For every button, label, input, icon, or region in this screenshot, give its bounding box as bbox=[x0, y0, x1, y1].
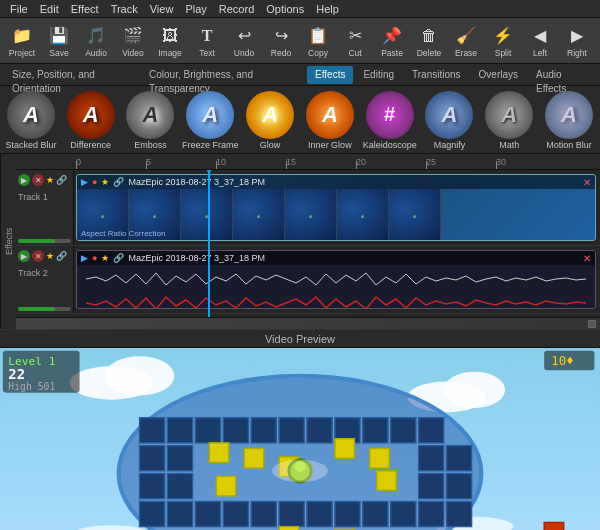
track2-mute-btn[interactable]: ✕ bbox=[32, 250, 44, 262]
tab-size-position[interactable]: Size, Position, and Orientation bbox=[4, 66, 139, 84]
menu-view[interactable]: View bbox=[144, 0, 180, 18]
timeline-scrollbar[interactable] bbox=[16, 317, 600, 329]
copy-icon: 📋 bbox=[307, 25, 329, 47]
glow-icon: A bbox=[246, 91, 294, 139]
left-arrow-icon: ◀ bbox=[529, 25, 551, 47]
track1-play-btn[interactable]: ▶ bbox=[18, 174, 30, 186]
toolbar-text-label: Text bbox=[199, 48, 215, 58]
waveform-bottom bbox=[77, 293, 595, 309]
redo-icon: ↪ bbox=[270, 25, 292, 47]
video-preview-content: Level 1 22 High 501 10♦ ⏰ ! bbox=[0, 348, 600, 530]
track1-clip[interactable]: ▶ ● ★ 🔗 MazEpic 2018-08-27 3_37_18 PM ✕ bbox=[76, 174, 596, 241]
clip1-play-icon: ▶ bbox=[81, 177, 88, 187]
ruler-mark-30: 30 bbox=[496, 157, 506, 167]
toolbar-split[interactable]: ⚡ Split bbox=[485, 20, 521, 62]
kaleidoscope-icon: # bbox=[366, 91, 414, 139]
save-icon: 💾 bbox=[48, 25, 70, 47]
text-icon: T bbox=[196, 25, 218, 47]
menu-options[interactable]: Options bbox=[260, 0, 310, 18]
svg-rect-47 bbox=[377, 471, 397, 491]
effect-glow[interactable]: A Glow bbox=[241, 87, 299, 153]
svg-rect-40 bbox=[447, 501, 472, 526]
toolbar-undo[interactable]: ↩ Undo bbox=[226, 20, 262, 62]
effect-kaleidoscope[interactable]: # Kaleidoscope bbox=[361, 87, 419, 153]
svg-rect-26 bbox=[167, 474, 192, 499]
effect-difference[interactable]: A Difference bbox=[62, 87, 120, 153]
paste-icon: 📌 bbox=[381, 25, 403, 47]
toolbar-text[interactable]: T Text bbox=[189, 20, 225, 62]
svg-rect-16 bbox=[307, 418, 332, 443]
effect-magnify[interactable]: A Magnify bbox=[421, 87, 479, 153]
effects-panel: A Stacked Blur A Difference A Emboss A F… bbox=[0, 86, 600, 154]
toolbar-audio[interactable]: 🎵 Audio bbox=[78, 20, 114, 62]
clip2-star-icon: ★ bbox=[101, 253, 109, 263]
toolbar-copy[interactable]: 📋 Copy bbox=[300, 20, 336, 62]
track2-clip-title: MazEpic 2018-08-27 3_37_18 PM bbox=[128, 253, 265, 263]
toolbar-save[interactable]: 💾 Save bbox=[41, 20, 77, 62]
track2-clip[interactable]: ▶ ● ★ 🔗 MazEpic 2018-08-27 3_37_18 PM ✕ bbox=[76, 250, 596, 309]
track1-mute-btn[interactable]: ✕ bbox=[32, 174, 44, 186]
difference-icon: A bbox=[67, 91, 115, 139]
svg-rect-10 bbox=[140, 418, 165, 443]
toolbar-project[interactable]: 📁 Project bbox=[4, 20, 40, 62]
toolbar-audio-label: Audio bbox=[85, 48, 107, 58]
svg-rect-29 bbox=[140, 501, 165, 526]
tab-effects[interactable]: Effects bbox=[307, 66, 353, 84]
tab-transitions[interactable]: Transitions bbox=[404, 66, 469, 84]
stacked-blur-label: Stacked Blur bbox=[5, 141, 56, 151]
menu-help[interactable]: Help bbox=[310, 0, 345, 18]
svg-rect-35 bbox=[307, 501, 332, 526]
svg-rect-41 bbox=[209, 443, 229, 463]
toolbar-delete[interactable]: 🗑 Delete bbox=[411, 20, 447, 62]
toolbar-cut-label: Cut bbox=[348, 48, 361, 58]
erase-icon: 🧹 bbox=[455, 25, 477, 47]
menu-track[interactable]: Track bbox=[105, 0, 144, 18]
tab-colour[interactable]: Colour, Brightness, and Transparency bbox=[141, 66, 305, 84]
track1-content: ▶ ● ★ 🔗 MazEpic 2018-08-27 3_37_18 PM ✕ bbox=[74, 170, 600, 245]
tab-overlays[interactable]: Overlays bbox=[471, 66, 526, 84]
effect-motion-blur[interactable]: A Motion Blur bbox=[540, 87, 598, 153]
menu-file[interactable]: File bbox=[4, 0, 34, 18]
track1-volume-bar bbox=[18, 239, 71, 243]
svg-rect-44 bbox=[370, 448, 390, 468]
track2-clip-close[interactable]: ✕ bbox=[583, 253, 591, 264]
menu-bar: File Edit Effect Track View Play Record … bbox=[0, 0, 600, 18]
effect-emboss[interactable]: A Emboss bbox=[122, 87, 180, 153]
effect-inner-glow[interactable]: A Inner Glow bbox=[301, 87, 359, 153]
effect-freeze-frame[interactable]: A Freeze Frame bbox=[181, 87, 239, 153]
game-preview-svg: Level 1 22 High 501 10♦ ⏰ ! bbox=[0, 348, 600, 530]
toolbar-video[interactable]: 🎬 Video bbox=[115, 20, 151, 62]
track2-play-btn[interactable]: ▶ bbox=[18, 250, 30, 262]
scrollbar-thumb[interactable] bbox=[588, 320, 596, 328]
svg-text:22: 22 bbox=[8, 366, 25, 382]
menu-play[interactable]: Play bbox=[179, 0, 212, 18]
track2-controls: ▶ ✕ ★ 🔗 Track 2 bbox=[16, 246, 74, 313]
thumb-6 bbox=[337, 189, 389, 240]
menu-effect[interactable]: Effect bbox=[65, 0, 105, 18]
menu-edit[interactable]: Edit bbox=[34, 0, 65, 18]
toolbar-paste[interactable]: 📌 Paste bbox=[374, 20, 410, 62]
svg-rect-31 bbox=[195, 501, 220, 526]
tab-audio-effects[interactable]: Audio Effects bbox=[528, 66, 596, 84]
tab-editing[interactable]: Editing bbox=[355, 66, 402, 84]
playhead[interactable] bbox=[208, 170, 210, 317]
toolbar-erase[interactable]: 🧹 Erase bbox=[448, 20, 484, 62]
effect-stacked-blur[interactable]: A Stacked Blur bbox=[2, 87, 60, 153]
clip2-rec-icon: ● bbox=[92, 253, 97, 263]
svg-rect-21 bbox=[140, 446, 165, 471]
clip1-star-icon: ★ bbox=[101, 177, 109, 187]
math-label: Math bbox=[499, 141, 519, 151]
track1-clip-close[interactable]: ✕ bbox=[583, 177, 591, 188]
toolbar-cut[interactable]: ✂ Cut bbox=[337, 20, 373, 62]
toolbar-left[interactable]: ◀ Left bbox=[522, 20, 558, 62]
video-icon: 🎬 bbox=[122, 25, 144, 47]
toolbar-redo[interactable]: ↪ Redo bbox=[263, 20, 299, 62]
toolbar-right[interactable]: ▶ Right bbox=[559, 20, 595, 62]
track-row-2: ▶ ✕ ★ 🔗 Track 2 ▶ ● ★ bbox=[16, 246, 600, 314]
track2-volume-fill bbox=[18, 307, 55, 311]
menu-record[interactable]: Record bbox=[213, 0, 260, 18]
inner-glow-label: Inner Glow bbox=[308, 141, 352, 151]
effect-math[interactable]: A Math bbox=[480, 87, 538, 153]
toolbar-image[interactable]: 🖼 Image bbox=[152, 20, 188, 62]
difference-label: Difference bbox=[70, 141, 111, 151]
